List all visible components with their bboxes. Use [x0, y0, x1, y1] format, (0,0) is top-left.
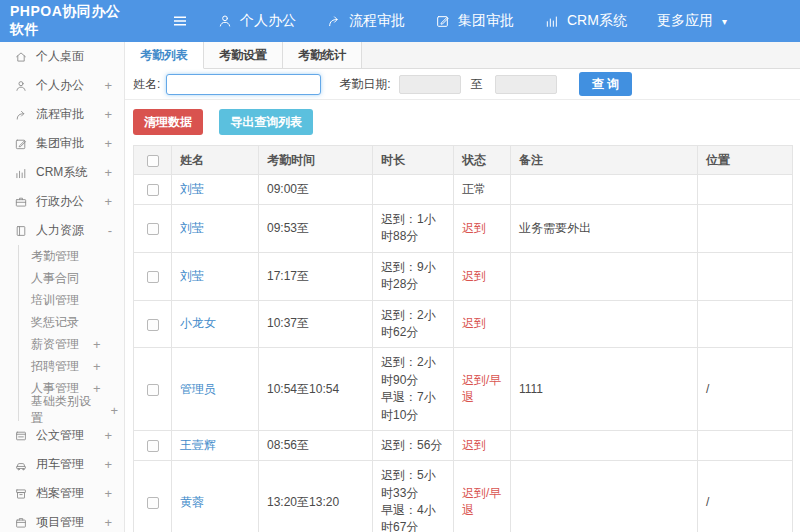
- top-nav-label: CRM系统: [567, 12, 627, 30]
- employee-name-link[interactable]: 王壹辉: [180, 438, 216, 452]
- sidebar-item[interactable]: 培训管理: [18, 289, 124, 311]
- briefcase-icon: [14, 195, 28, 209]
- tab[interactable]: 考勤统计: [283, 42, 362, 68]
- top-nav-item[interactable]: 更多应用: [657, 12, 727, 30]
- sidebar-item[interactable]: 人事合同: [18, 267, 124, 289]
- sidebar-item[interactable]: CRM系统 +: [0, 158, 124, 187]
- sidebar-item-label: 招聘管理: [31, 358, 79, 375]
- column-header: 位置: [698, 146, 793, 175]
- employee-name-link[interactable]: 小龙女: [180, 316, 216, 330]
- expand-toggle-icon[interactable]: +: [104, 486, 112, 501]
- app-logo: PHPOA协同办公软件: [0, 3, 125, 39]
- attendance-time-cell: 10:54至10:54: [259, 348, 373, 431]
- note-cell: [511, 461, 698, 532]
- edit-icon: [435, 13, 451, 29]
- name-input[interactable]: [166, 74, 321, 95]
- date-label: 考勤日期:: [339, 76, 390, 93]
- sidebar-item-label: 奖惩记录: [31, 314, 79, 331]
- row-checkbox[interactable]: [147, 384, 159, 396]
- sidebar-item[interactable]: 人力资源 -: [0, 216, 124, 245]
- sidebar-item[interactable]: 个人桌面: [0, 42, 124, 71]
- expand-toggle-icon[interactable]: +: [104, 136, 112, 151]
- column-header: 姓名: [172, 146, 259, 175]
- status-cell: 迟到/早退: [454, 461, 511, 532]
- sidebar-item[interactable]: 档案管理 +: [0, 479, 124, 508]
- note-cell: [511, 300, 698, 348]
- export-list-button[interactable]: 导出查询列表: [219, 109, 313, 135]
- main-content: 考勤列表 考勤设置 考勤统计 姓名: 考勤日期: 至 查 询 清理数据 导出查询…: [125, 42, 800, 532]
- note-cell: 1111: [511, 348, 698, 431]
- sidebar-item-label: 流程审批: [36, 106, 84, 123]
- select-all-checkbox[interactable]: [147, 155, 159, 167]
- sidebar-item[interactable]: 招聘管理 +: [18, 355, 124, 377]
- sidebar-item-label: 集团审批: [36, 135, 84, 152]
- employee-name-link[interactable]: 刘莹: [180, 269, 204, 283]
- caret-down-icon: [722, 16, 727, 27]
- row-checkbox[interactable]: [147, 271, 159, 283]
- note-cell: [511, 175, 698, 205]
- menu-icon[interactable]: [171, 11, 191, 31]
- sidebar-item[interactable]: 流程审批 +: [0, 100, 124, 129]
- employee-name-link[interactable]: 黄蓉: [180, 495, 204, 509]
- duration-cell: 迟到：2小时62分: [373, 300, 454, 348]
- top-nav-item[interactable]: 个人办公: [217, 12, 296, 30]
- expand-toggle-icon[interactable]: +: [104, 515, 112, 530]
- expand-toggle-icon[interactable]: +: [104, 194, 112, 209]
- top-nav-label: 更多应用: [657, 12, 713, 30]
- clean-data-button[interactable]: 清理数据: [133, 109, 203, 135]
- tab[interactable]: 考勤列表: [125, 42, 204, 69]
- attendance-time-cell: 17:17至: [259, 252, 373, 300]
- sidebar-item[interactable]: 用车管理 +: [0, 450, 124, 479]
- location-cell: [698, 300, 793, 348]
- status-cell: 迟到: [454, 205, 511, 253]
- book-icon: [14, 224, 28, 238]
- expand-toggle-icon[interactable]: +: [104, 165, 112, 180]
- duration-cell: 迟到：1小时88分: [373, 205, 454, 253]
- top-nav-item[interactable]: 流程审批: [326, 12, 405, 30]
- column-header: 时长: [373, 146, 454, 175]
- expand-toggle-icon[interactable]: +: [104, 457, 112, 472]
- sidebar-item[interactable]: 奖惩记录: [18, 311, 124, 333]
- sidebar-item[interactable]: 项目管理 +: [0, 508, 124, 532]
- row-checkbox[interactable]: [147, 184, 159, 196]
- attendance-time-cell: 09:53至: [259, 205, 373, 253]
- expand-toggle-icon[interactable]: +: [104, 428, 112, 443]
- top-nav-item[interactable]: 集团审批: [435, 12, 514, 30]
- sidebar-item-label: 公文管理: [36, 427, 84, 444]
- note-cell: 业务需要外出: [511, 205, 698, 253]
- sidebar-item[interactable]: 薪资管理 +: [18, 333, 124, 355]
- search-button[interactable]: 查 询: [579, 72, 632, 96]
- location-cell: /: [698, 348, 793, 431]
- top-nav-item[interactable]: CRM系统: [544, 12, 627, 30]
- expand-toggle-icon[interactable]: +: [110, 403, 118, 418]
- expand-toggle-icon[interactable]: +: [93, 359, 101, 374]
- sidebar-item[interactable]: 基础类别设置 +: [18, 399, 124, 421]
- sidebar-item[interactable]: 个人办公 +: [0, 71, 124, 100]
- expand-toggle-icon[interactable]: +: [104, 78, 112, 93]
- expand-toggle-icon[interactable]: +: [93, 337, 101, 352]
- status-cell: 迟到: [454, 300, 511, 348]
- sidebar-item-label: 考勤管理: [31, 248, 79, 265]
- date-to-input[interactable]: [495, 75, 557, 94]
- tab-bar: 考勤列表 考勤设置 考勤统计: [125, 42, 800, 69]
- employee-name-link[interactable]: 刘莹: [180, 182, 204, 196]
- employee-name-link[interactable]: 管理员: [180, 382, 216, 396]
- row-checkbox[interactable]: [147, 223, 159, 235]
- sidebar-item[interactable]: 行政办公 +: [0, 187, 124, 216]
- attendance-table-wrap: 姓名 考勤时间 时长 状态 备注 位置: [125, 145, 800, 532]
- expand-toggle-icon[interactable]: +: [104, 107, 112, 122]
- sidebar-item[interactable]: 考勤管理: [18, 245, 124, 267]
- sidebar-item-label: 人事合同: [31, 270, 79, 287]
- row-checkbox[interactable]: [147, 319, 159, 331]
- date-from-input[interactable]: [399, 75, 461, 94]
- top-navbar: PHPOA协同办公软件 个人办公 流程审批 集团审批: [0, 0, 800, 42]
- employee-name-link[interactable]: 刘莹: [180, 221, 204, 235]
- row-checkbox[interactable]: [147, 497, 159, 509]
- row-checkbox[interactable]: [147, 440, 159, 452]
- sidebar-item[interactable]: 集团审批 +: [0, 129, 124, 158]
- chart-icon: [14, 166, 28, 180]
- sidebar-item-label: 档案管理: [36, 485, 84, 502]
- user-icon: [14, 79, 28, 93]
- tab[interactable]: 考勤设置: [204, 42, 283, 68]
- expand-toggle-icon[interactable]: -: [108, 223, 112, 238]
